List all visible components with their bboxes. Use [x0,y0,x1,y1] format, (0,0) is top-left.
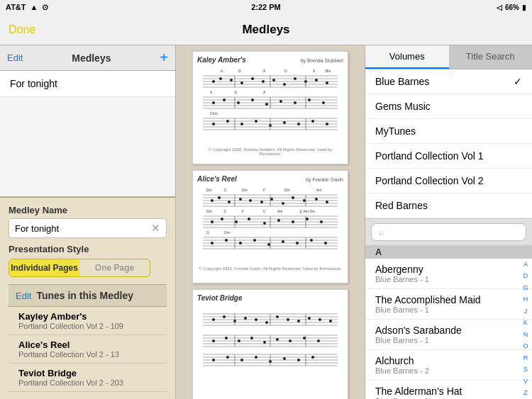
alpha-a[interactable]: A [521,262,531,268]
svg-point-110 [277,219,280,222]
list-item[interactable]: Alchurch Blue Barnes - 2 [365,350,532,381]
svg-text:E: E [235,90,238,94]
medley-name-input-row: ✕ [9,218,167,238]
right-panel: Volumes Title Search Blue Barnes ✓ Gems … [365,45,532,399]
volume-item-portland2[interactable]: Portland Collection Vol 2 [365,169,532,193]
alpha-s[interactable]: S [521,366,531,373]
alpha-z[interactable]: Z [521,390,531,396]
battery-icon: ▮ [522,4,526,11]
svg-point-120 [296,242,299,245]
svg-point-173 [283,357,286,360]
tune-name: Kayley Amber's [18,311,157,322]
svg-point-29 [251,77,254,80]
medleys-add-button[interactable]: + [160,50,168,66]
done-button[interactable]: Done [9,23,35,36]
tab-volumes[interactable]: Volumes [365,45,449,69]
presentation-style-segcontrol: Individual Pages One Page [9,259,150,277]
svg-text:Dm: Dm [206,188,212,192]
volume-item-gems-music[interactable]: Gems Music [365,94,532,119]
list-item[interactable]: Kayley Amber's Portland Collection Vol 2… [9,307,167,335]
medleys-edit-button[interactable]: Edit [7,52,23,63]
svg-point-101 [292,196,294,199]
svg-point-115 [225,239,228,242]
tunes-edit-button[interactable]: Edit [16,291,31,301]
tabs-bar: Volumes Title Search [365,45,532,69]
volume-item-mytunes[interactable]: MyTunes [365,119,532,144]
svg-point-49 [255,120,257,123]
svg-text:Gm: Gm [224,230,230,235]
svg-point-147 [212,318,215,321]
seg-one-page[interactable]: One Page [79,259,150,276]
song-name: The Accomplished Maid [375,294,522,305]
alpha-k[interactable]: K [521,320,531,326]
clear-input-icon[interactable]: ✕ [151,222,160,235]
svg-point-154 [287,318,289,321]
tune-sub: Portland Collection Vol 2 - 203 [18,378,157,387]
song-sub: Blue Barnes - 1 [375,305,522,314]
svg-point-52 [297,123,300,125]
volume-name: Portland Collection Vol 1 [375,150,484,162]
detail-panel: Medley Name ✕ Presentation Style Individ… [0,196,175,399]
svg-point-150 [244,317,247,320]
svg-point-148 [223,315,226,318]
alpha-n[interactable]: N [521,332,531,338]
alpha-j[interactable]: J [521,308,531,315]
svg-text:F: F [263,188,265,192]
list-item[interactable]: Alice's Reel Portland Collection Vol 2 -… [9,335,167,364]
volume-item-red-barnes[interactable]: Red Barnes [365,193,532,218]
list-item[interactable]: The Alderman's Hat Blue Barnes - 2 [365,381,532,399]
list-item[interactable]: The Accomplished Maid Blue Barnes - 1 [365,289,532,320]
carrier-label: AT&T [6,3,26,12]
svg-point-54 [326,123,328,125]
alpha-d[interactable]: D [521,273,531,279]
song-list-section-header: A [365,245,532,259]
svg-point-93 [211,199,214,202]
svg-text:C: C [224,188,227,192]
list-item[interactable]: Adson's Sarabande Blue Barnes - 1 [365,320,532,350]
svg-point-35 [315,79,318,82]
alpha-v[interactable]: V [521,378,531,385]
svg-point-41 [265,103,268,106]
alpha-r[interactable]: R [521,355,531,361]
tune-name: Teviot Bridge [18,368,157,378]
tunes-header: Edit Tunes in this Medley [9,284,167,307]
search-input[interactable] [387,227,519,237]
svg-point-117 [253,239,256,242]
svg-point-158 [329,320,332,322]
svg-text:A: A [313,69,316,73]
song-list: Abergenny Blue Barnes - 1 The Accomplish… [365,259,532,399]
medley-name-input[interactable] [15,223,151,234]
svg-point-162 [250,337,253,339]
list-item[interactable]: Teviot Bridge Portland Collection Vol 2 … [9,364,167,392]
svg-point-40 [251,99,254,101]
svg-point-165 [289,339,292,342]
song-name: Adson's Sarabande [375,325,522,336]
volume-item-blue-barnes[interactable]: Blue Barnes ✓ [365,69,532,94]
volume-item-portland1[interactable]: Portland Collection Vol 1 [365,144,532,169]
svg-text::||: Am Dm: :||: Am Dm [299,209,315,213]
sheet-title-1: Kaley Amber's [197,56,246,64]
alpha-o[interactable]: O [521,343,531,349]
svg-point-114 [211,242,214,245]
svg-point-53 [311,120,314,123]
volume-name: Portland Collection Vol 2 [375,175,484,186]
seg-individual-pages[interactable]: Individual Pages [9,259,79,276]
svg-point-43 [294,101,297,104]
main-layout: Edit Medleys + For tonight Medley Name ✕… [0,45,532,399]
svg-point-96 [239,198,242,201]
alpha-h[interactable]: H [521,296,531,303]
svg-point-169 [226,356,229,359]
svg-point-167 [317,339,320,342]
battery-label: 66% [505,4,519,11]
tab-title-search[interactable]: Title Search [449,45,533,69]
svg-point-38 [223,99,226,101]
svg-point-46 [212,123,215,125]
list-item[interactable]: Abergenny Blue Barnes - 1 [365,259,532,289]
svg-point-152 [265,321,268,324]
svg-point-108 [248,218,250,220]
search-box-container: ⌕ [365,219,532,245]
svg-text:Am: Am [277,209,283,213]
list-item[interactable]: For tonight [0,71,175,97]
alpha-g[interactable]: G [521,285,531,291]
music-notation-3 [197,303,343,367]
